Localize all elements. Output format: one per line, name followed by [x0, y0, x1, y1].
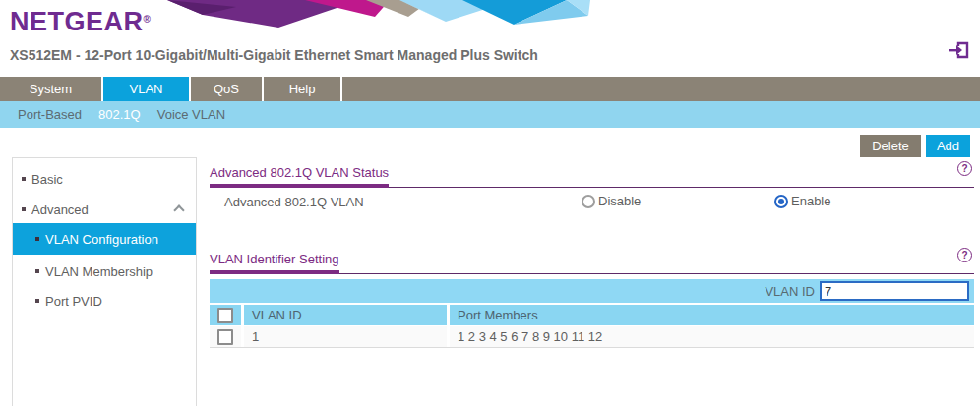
select-all-checkbox[interactable]	[217, 308, 233, 323]
radio-disable[interactable]	[582, 195, 595, 208]
sidebar: Basic Advanced VLAN Configuration VLAN M…	[12, 157, 197, 406]
sidebar-item-label: Advanced	[31, 203, 89, 217]
add-button[interactable]: Add	[926, 135, 970, 157]
registered-mark: ®	[144, 14, 152, 25]
identifier-section-title: VLAN Identifier Setting	[210, 252, 339, 274]
sidebar-item-basic[interactable]: Basic	[13, 170, 196, 188]
sub-nav: Port-Based 802.1Q Voice VLAN	[0, 101, 980, 128]
sidebar-item-label: VLAN Membership	[45, 264, 153, 279]
sidebar-item-advanced[interactable]: Advanced	[13, 201, 196, 218]
advanced-vlan-field-label: Advanced 802.1Q VLAN	[224, 195, 364, 209]
subnav-item-port-based[interactable]: Port-Based	[18, 107, 82, 122]
delete-button[interactable]: Delete	[860, 135, 921, 157]
netgear-logo: NETGEAR®	[10, 6, 151, 35]
main-nav: System VLAN QoS Help	[0, 77, 980, 101]
table-row: 1 1 2 3 4 5 6 7 8 9 10 11 12	[210, 326, 974, 348]
netgear-logo-text: NETGEAR	[10, 7, 144, 36]
row-checkbox-cell	[210, 326, 241, 347]
column-header-port-members: Port Members	[450, 305, 974, 325]
subnav-item-8021q[interactable]: 802.1Q	[98, 107, 141, 122]
help-icon[interactable]: ?	[957, 248, 972, 262]
status-section-title: Advanced 802.1Q VLAN Status	[210, 165, 389, 188]
tab-qos[interactable]: QoS	[191, 77, 262, 101]
bullet-icon	[22, 177, 26, 181]
radio-group-disable: Disable	[582, 194, 641, 208]
vlan-id-label: VLAN ID	[765, 284, 815, 299]
subnav-item-voice-vlan[interactable]: Voice VLAN	[157, 107, 225, 122]
table-header-row: VLAN ID Port Members	[210, 305, 974, 325]
sidebar-item-label: VLAN Configuration	[45, 232, 158, 247]
tab-system[interactable]: System	[0, 77, 101, 101]
help-icon[interactable]: ?	[957, 161, 972, 176]
sidebar-item-port-pvid[interactable]: Port PVID	[13, 292, 196, 310]
row-port-members: 1 2 3 4 5 6 7 8 9 10 11 12	[450, 326, 974, 347]
vlan-id-toolbar: VLAN ID	[210, 279, 974, 303]
banner-art	[167, 0, 590, 29]
column-header-vlan-id: VLAN ID	[244, 305, 447, 325]
logout-icon[interactable]	[949, 41, 970, 59]
bullet-icon	[22, 207, 26, 211]
tab-vlan[interactable]: VLAN	[103, 77, 189, 101]
radio-disable-label: Disable	[598, 194, 641, 208]
sidebar-item-label: Basic	[31, 172, 63, 187]
page-title: XS512EM - 12-Port 10-Gigabit/Multi-Gigab…	[10, 47, 538, 63]
identifier-section-header: VLAN Identifier Setting ?	[210, 250, 974, 274]
bullet-icon	[35, 299, 39, 303]
status-form-row: Advanced 802.1Q VLAN Disable Enable	[210, 194, 974, 209]
radio-enable-label: Enable	[791, 194, 830, 208]
sidebar-item-vlan-membership[interactable]: VLAN Membership	[13, 262, 196, 280]
row-checkbox[interactable]	[217, 329, 233, 345]
sidebar-item-vlan-configuration[interactable]: VLAN Configuration	[13, 223, 196, 255]
sidebar-item-label: Port PVID	[45, 294, 102, 309]
radio-enable[interactable]	[774, 195, 788, 208]
table-header-checkbox-cell	[210, 305, 241, 325]
tab-help[interactable]: Help	[264, 77, 340, 101]
nav-filler	[342, 77, 980, 101]
row-vlan-id: 1	[244, 326, 447, 347]
radio-group-enable: Enable	[774, 194, 830, 208]
vlan-id-input[interactable]	[820, 281, 969, 301]
bullet-icon	[35, 269, 39, 273]
status-section-header: Advanced 802.1Q VLAN Status ?	[210, 163, 974, 188]
bullet-icon	[35, 237, 39, 241]
